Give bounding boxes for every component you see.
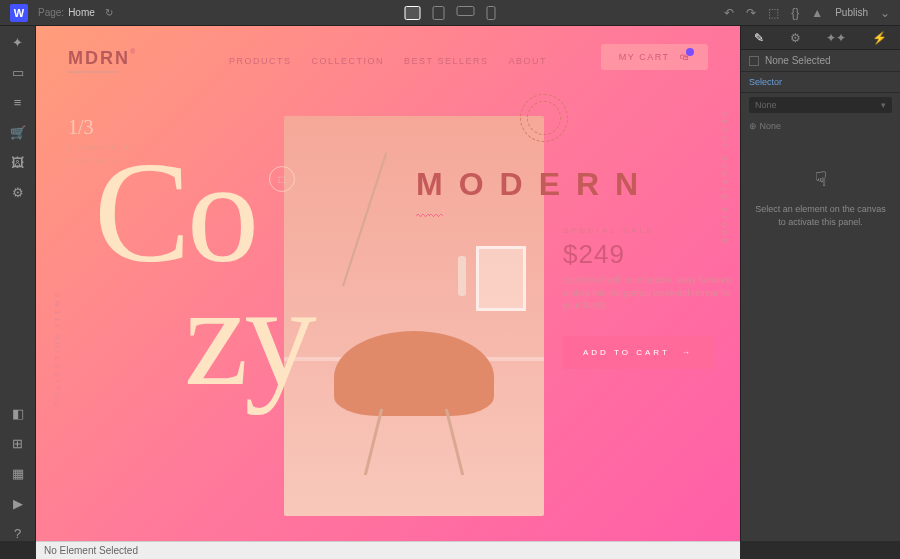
page-counter: 1/3 ECOMMERCE TEMPLATE: [68, 116, 132, 167]
add-element-icon[interactable]: ✦: [10, 34, 26, 50]
plant-decoration: [312, 146, 382, 296]
breadcrumb-bar: No Element Selected: [36, 541, 740, 559]
settings-icon[interactable]: ⚙: [10, 184, 26, 200]
circle-badge-icon: [520, 94, 568, 142]
side-text-left: COLLECTION ITEMS: [54, 290, 61, 406]
sale-block: SPECIAL SALE $249 Combined with comforta…: [563, 226, 733, 369]
assets-icon[interactable]: 🖼: [10, 154, 26, 170]
picture-frame: [476, 246, 526, 311]
nav-products[interactable]: PRODUCTS: [229, 56, 292, 66]
desktop-icon[interactable]: [405, 6, 421, 20]
interactions-tab-icon[interactable]: ✦✦: [826, 31, 846, 45]
counter-number: 1/3: [68, 116, 132, 139]
main-nav: PRODUCTS COLLECTION BEST SELLERS ABOUT: [229, 56, 547, 66]
sale-label: SPECIAL SALE: [563, 226, 733, 235]
effects-tab-icon[interactable]: ⚡: [872, 31, 887, 45]
cms-icon[interactable]: ≡: [10, 94, 26, 110]
nav-about[interactable]: ABOUT: [508, 56, 547, 66]
selector-dropdown-icon[interactable]: ▾: [881, 100, 886, 110]
vase-icon: [458, 256, 466, 296]
none-selected-row: None Selected: [741, 50, 900, 72]
page-name[interactable]: Home: [68, 7, 95, 18]
app-topbar: W Page: Home ↻ ↶ ↷ ⬚ {} ▲ Publish ⌄: [0, 0, 900, 26]
counter-sub2: TEMPLATE: [68, 157, 132, 167]
counter-sub1: ECOMMERCE: [68, 143, 132, 153]
side-text-right: ABOUT SAMPLE STORE: [721, 112, 728, 246]
price: $249: [563, 239, 733, 270]
wavy-underline-icon: 〰〰: [416, 208, 442, 224]
add-to-cart-button[interactable]: ADD TO CART →: [563, 336, 713, 369]
ecommerce-icon[interactable]: 🛒: [10, 124, 26, 140]
publish-button[interactable]: Publish: [835, 7, 868, 18]
code-icon[interactable]: {}: [791, 6, 799, 20]
cart-icon: 🛍: [680, 52, 691, 62]
product-description: Combined with comfortable, easy furnitur…: [563, 274, 733, 312]
cart-label: MY CART: [619, 52, 670, 62]
arrow-right-icon: →: [682, 348, 693, 357]
checkbox-icon[interactable]: [749, 56, 759, 66]
mobile-landscape-icon[interactable]: [457, 6, 475, 16]
empty-state: ☟ Select an element on the canvas to act…: [753, 165, 888, 228]
navigator-icon[interactable]: ◧: [10, 405, 26, 421]
panel-tabs: ✎ ⚙ ✦✦ ⚡: [741, 26, 900, 50]
site-logo[interactable]: MDRN®: [68, 48, 137, 73]
tablet-icon[interactable]: [433, 6, 445, 20]
inherit-breadcrumb: ⊕ None: [741, 117, 900, 135]
modern-title: MODERN: [416, 166, 654, 203]
style-tab-icon[interactable]: ✎: [754, 31, 764, 45]
nav-collection[interactable]: COLLECTION: [312, 56, 385, 66]
nav-bestsellers[interactable]: BEST SELLERS: [404, 56, 488, 66]
ar-badge-icon: ⬚: [269, 166, 295, 192]
publish-chevron-icon[interactable]: ⌄: [880, 6, 890, 20]
site-header: MDRN® PRODUCTS COLLECTION BEST SELLERS A…: [68, 48, 708, 73]
video-icon[interactable]: ▶: [10, 495, 26, 511]
page-label: Page:: [38, 7, 64, 18]
selector-row: Selector: [741, 72, 900, 93]
audit-icon[interactable]: ▦: [10, 465, 26, 481]
undo-icon[interactable]: ↶: [724, 6, 734, 20]
help-icon[interactable]: ?: [10, 525, 26, 541]
mobile-icon[interactable]: [487, 6, 496, 20]
redo-icon[interactable]: ↷: [746, 6, 756, 20]
cart-button[interactable]: MY CART 🛍: [601, 44, 708, 70]
left-toolbar: ✦ ▭ ≡ 🛒 🖼 ⚙ ◧ ⊞ ▦ ▶ ?: [0, 26, 36, 541]
reload-icon[interactable]: ↻: [105, 7, 113, 18]
webflow-logo[interactable]: W: [10, 4, 28, 22]
grid-icon[interactable]: ⊞: [10, 435, 26, 451]
export-icon[interactable]: ⬚: [768, 6, 779, 20]
settings-tab-icon[interactable]: ⚙: [790, 31, 801, 45]
chair-image: [334, 306, 494, 476]
cursor-hand-icon: ☟: [753, 165, 888, 193]
pages-icon[interactable]: ▭: [10, 64, 26, 80]
design-canvas[interactable]: MDRN® PRODUCTS COLLECTION BEST SELLERS A…: [36, 26, 740, 541]
breadcrumb-status: No Element Selected: [44, 545, 138, 556]
selector-input[interactable]: None ▾: [749, 97, 892, 113]
preview-icon[interactable]: ▲: [811, 6, 823, 20]
selector-label: Selector: [749, 77, 782, 87]
style-panel: ✎ ⚙ ✦✦ ⚡ None Selected Selector None ▾ ⊕…: [740, 26, 900, 541]
device-switcher: [405, 6, 496, 20]
